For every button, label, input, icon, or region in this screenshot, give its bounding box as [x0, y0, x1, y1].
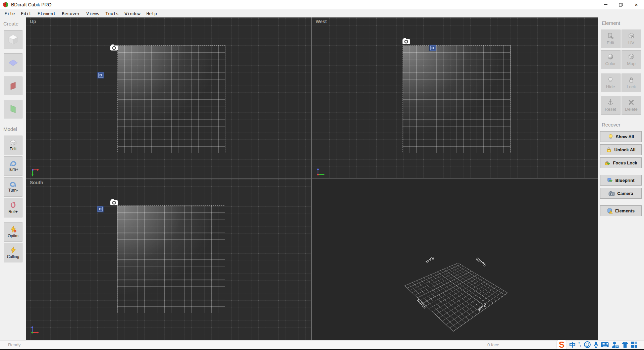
model-turn-minus-label: Turn-	[8, 188, 18, 193]
axis-gizmo-icon	[30, 325, 40, 335]
main-area: Create	[0, 17, 644, 340]
status-bar: Ready 0 face S ’,	[0, 340, 644, 349]
element-color-label: Color	[605, 61, 615, 66]
create-cube-button[interactable]	[4, 30, 22, 49]
element-delete-button[interactable]: Delete	[622, 96, 641, 115]
lock-icon	[628, 77, 635, 83]
element-reset-button[interactable]: Reset	[601, 96, 621, 115]
menu-window[interactable]: Window	[122, 10, 144, 17]
minimize-icon	[604, 4, 607, 5]
viewport-up-label: Up	[30, 19, 36, 24]
recover-show-all-label: Show All	[616, 134, 634, 139]
element-button-row: Color Map	[598, 50, 644, 69]
element-edit-button[interactable]: Edit	[601, 30, 621, 48]
element-color-button[interactable]: Color	[601, 50, 621, 69]
plane-vertical-red-icon	[7, 80, 19, 92]
panel-separator	[599, 119, 643, 119]
element-reset-label: Reset	[605, 107, 616, 112]
reset-anchor-icon	[607, 99, 614, 106]
viewport-up[interactable]: Up	[26, 17, 312, 179]
hide-bulb-icon	[607, 77, 614, 83]
model-optim-label: Optim	[8, 234, 18, 238]
unlock-all-icon	[606, 147, 612, 153]
roll-plus-icon	[10, 201, 16, 209]
model-optim-button[interactable]: Optim	[4, 222, 22, 242]
chinese-mode-icon[interactable]	[569, 341, 576, 348]
menu-bar: File Edit Element Recover Views Tools Wi…	[0, 9, 644, 17]
restore-button[interactable]	[613, 0, 629, 9]
menu-views[interactable]: Views	[83, 10, 102, 17]
element-section-header: Element	[598, 20, 644, 26]
app-logo-icon	[3, 2, 9, 8]
voice-input-icon[interactable]	[593, 341, 598, 348]
status-ready-text: Ready	[8, 342, 21, 347]
perspective-floor-grid	[405, 263, 508, 332]
user-badge-text: 28	[616, 345, 619, 348]
recover-unlock-all-button[interactable]: Unlock All	[600, 144, 642, 155]
viewport-west[interactable]: West	[312, 17, 598, 179]
recover-show-all-button[interactable]: Show All	[600, 131, 642, 142]
element-map-button[interactable]: Map	[622, 50, 641, 69]
blueprint-icon	[607, 178, 613, 183]
workplane-grid	[402, 45, 511, 153]
menu-tools[interactable]: Tools	[102, 10, 121, 17]
blueprint-marker-icon[interactable]	[429, 45, 436, 51]
menu-element[interactable]: Element	[35, 10, 59, 17]
model-roll-plus-button[interactable]: Roll+	[4, 198, 22, 217]
element-uv-button[interactable]: UV	[622, 30, 641, 48]
turn-minus-icon	[9, 181, 17, 187]
sogou-input-icon[interactable]: S	[557, 340, 567, 350]
sidebar-separator	[0, 123, 26, 123]
model-turn-minus-button[interactable]: Turn-	[4, 177, 22, 197]
viewport-perspective[interactable]: East South North West	[312, 179, 598, 340]
recover-blueprint-button[interactable]: Blueprint	[600, 175, 642, 186]
viewport-south[interactable]: South	[26, 179, 312, 340]
camera-gizmo-icon[interactable]	[402, 38, 410, 44]
camera-gizmo-icon[interactable]	[110, 199, 118, 205]
menu-help[interactable]: Help	[143, 10, 160, 17]
window-title: BDcraft Cubik PRO	[11, 2, 52, 7]
recover-focus-lock-button[interactable]: Focus Lock	[600, 157, 642, 168]
axis-gizmo-icon	[316, 167, 325, 177]
create-plane-horizontal-button[interactable]	[4, 53, 22, 72]
blueprint-marker-icon[interactable]	[97, 206, 104, 212]
element-lock-button[interactable]: Lock	[622, 73, 641, 92]
title-bar: BDcraft Cubik PRO ×	[0, 0, 644, 9]
ime-tray: S ’,	[557, 339, 638, 350]
skin-icon[interactable]	[622, 342, 629, 348]
element-hide-button[interactable]: Hide	[601, 73, 621, 92]
camera-button-icon	[608, 191, 615, 196]
close-button[interactable]: ×	[629, 0, 644, 9]
model-turn-plus-label: Turn+	[8, 167, 18, 172]
blueprint-marker-icon[interactable]	[97, 72, 104, 79]
create-plane-vertical-green-button[interactable]	[4, 100, 22, 118]
emoji-picker-icon[interactable]	[584, 341, 591, 348]
recover-camera-button[interactable]: Camera	[600, 188, 642, 199]
menu-recover[interactable]: Recover	[59, 10, 83, 17]
recover-elements-label: Elements	[615, 208, 635, 213]
focus-lock-icon	[604, 160, 610, 166]
recover-elements-button[interactable]: Elements	[600, 205, 642, 216]
virtual-keyboard-icon[interactable]	[601, 342, 609, 348]
edit-page-wrench-icon	[607, 33, 614, 39]
create-plane-vertical-red-button[interactable]	[4, 77, 22, 95]
model-culling-button[interactable]: Culling	[4, 243, 22, 262]
camera-gizmo-icon[interactable]	[110, 44, 118, 51]
create-section-header: Create	[0, 21, 26, 27]
workplane-grid	[117, 45, 225, 153]
menu-file[interactable]: File	[1, 10, 18, 17]
menu-edit[interactable]: Edit	[18, 10, 34, 17]
model-edit-button[interactable]: Edit	[4, 136, 22, 155]
axis-gizmo-icon	[31, 168, 40, 177]
minimize-button[interactable]	[598, 0, 613, 9]
element-map-label: Map	[627, 61, 635, 66]
toolbox-grid-icon[interactable]	[631, 341, 638, 348]
face-count: 0 face	[487, 342, 499, 347]
app-window: BDcraft Cubik PRO × File Edit Element Re…	[0, 0, 644, 350]
close-icon: ×	[635, 2, 638, 8]
window-controls: ×	[598, 0, 644, 9]
status-separator	[485, 341, 485, 348]
model-turn-plus-button[interactable]: Turn+	[4, 156, 22, 176]
user-profile-icon[interactable]: 28	[611, 341, 619, 349]
punctuation-mode-icon[interactable]: ’,	[578, 342, 581, 348]
